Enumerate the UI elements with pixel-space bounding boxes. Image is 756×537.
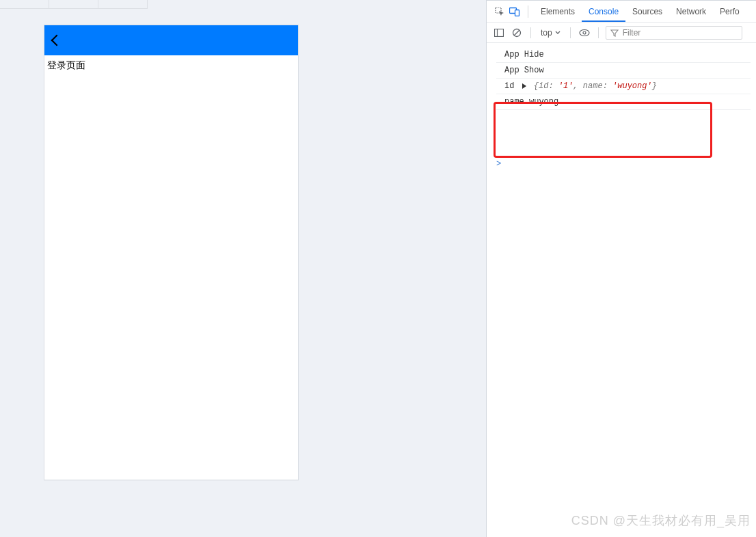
console-prompt-icon[interactable]: > [496, 159, 501, 169]
log-text: App Show [504, 66, 544, 75]
context-label: top [541, 28, 552, 38]
phone-navbar [44, 25, 298, 55]
tab-cell[interactable] [49, 0, 98, 9]
annotation-highlight [494, 102, 712, 158]
svg-line-6 [514, 30, 519, 36]
svg-rect-3 [495, 29, 504, 36]
filter-placeholder: Filter [623, 28, 641, 38]
console-log-line[interactable]: App Show [496, 62, 751, 78]
tab-elements[interactable]: Elements [534, 2, 582, 20]
tab-cell[interactable] [0, 0, 49, 9]
svg-point-7 [580, 29, 589, 36]
console-log-line[interactable]: name wuyong [496, 94, 751, 110]
console-log-line[interactable]: App Hide [496, 47, 751, 62]
log-label: id [504, 81, 514, 91]
devtools-tabbar: Elements Console Sources Network Perfo [487, 1, 756, 23]
separator [570, 27, 571, 38]
separator [530, 27, 531, 38]
device-toggle-icon[interactable] [507, 4, 522, 19]
console-output: App Hide App Show id {id: '1', name: 'wu… [487, 43, 756, 110]
phone-page-title: 登录页面 [47, 59, 85, 70]
svg-rect-2 [515, 10, 519, 16]
inspect-icon[interactable] [492, 4, 507, 19]
tab-cell[interactable] [98, 0, 148, 9]
tab-performance[interactable]: Perfo [713, 2, 746, 20]
separator [528, 5, 528, 18]
devtools-panel: Elements Console Sources Network Perfo t… [486, 0, 756, 537]
phone-preview: 登录页面 [44, 25, 299, 480]
console-filter[interactable]: Filter [606, 26, 742, 40]
clear-console-icon[interactable] [510, 26, 524, 40]
live-expression-icon[interactable] [578, 26, 591, 40]
back-icon[interactable] [51, 35, 63, 46]
tab-console[interactable]: Console [582, 2, 625, 22]
separator [598, 27, 599, 38]
console-toolbar: top Filter [487, 23, 756, 43]
sidebar-toggle-icon[interactable] [492, 26, 506, 40]
tab-network[interactable]: Network [669, 2, 713, 20]
log-text: name wuyong [504, 97, 558, 107]
chevron-down-icon [555, 30, 561, 36]
simulator-tab-strip [0, 0, 486, 10]
context-selector[interactable]: top [538, 27, 563, 39]
simulator-panel: 登录页面 [0, 0, 486, 537]
console-log-line[interactable]: id {id: '1', name: 'wuyong'} [496, 78, 751, 94]
tab-sources[interactable]: Sources [625, 2, 669, 20]
phone-body: 登录页面 [44, 55, 298, 76]
expand-arrow-icon[interactable] [522, 83, 526, 89]
filter-icon [610, 29, 619, 37]
log-text: App Hide [504, 50, 544, 59]
svg-point-8 [583, 31, 586, 34]
object-preview[interactable]: {id: '1', name: 'wuyong'} [534, 81, 657, 91]
